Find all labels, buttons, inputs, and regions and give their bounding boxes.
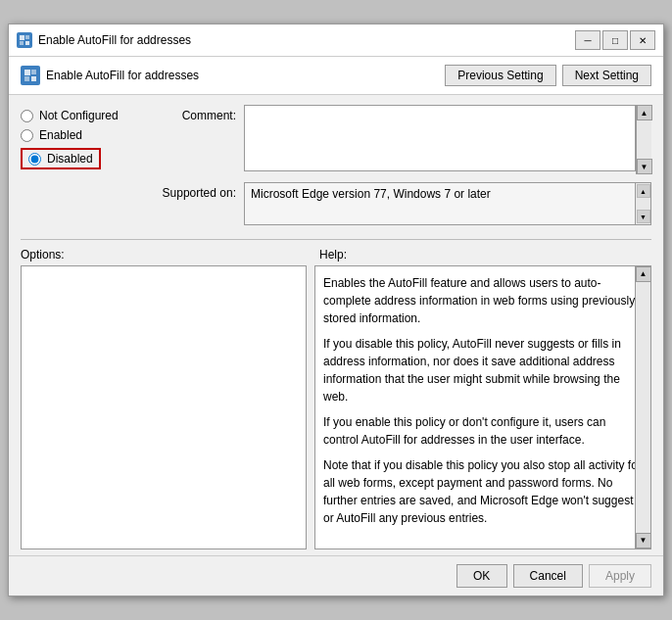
previous-setting-button[interactable]: Previous Setting (445, 65, 555, 86)
scrollbar-down-btn[interactable]: ▼ (637, 159, 652, 174)
supported-scrollbar[interactable]: ▲ ▼ (636, 182, 651, 225)
header-title-area: Enable AutoFill for addresses (21, 66, 199, 85)
help-text-1: Enables the AutoFill feature and allows … (323, 274, 643, 327)
header-section: Enable AutoFill for addresses Previous S… (9, 57, 663, 95)
svg-rect-6 (24, 76, 29, 81)
right-form-panel: Comment: ▲ ▼ Supported on: Microsoft Edg… (158, 105, 651, 225)
supported-wrapper: Microsoft Edge version 77, Windows 7 or … (244, 182, 651, 225)
dialog-window: Enable AutoFill for addresses ─ □ ✕ Enab… (8, 24, 664, 596)
help-scrollbar-down[interactable]: ▼ (636, 533, 651, 548)
comment-scrollbar[interactable]: ▲ ▼ (636, 105, 651, 174)
title-bar-left: Enable AutoFill for addresses (17, 32, 191, 48)
svg-rect-7 (31, 76, 36, 81)
supported-scrollbar-up[interactable]: ▲ (637, 184, 650, 198)
help-scrollbar-up[interactable]: ▲ (636, 266, 651, 282)
radio-group: Not Configured Enabled Disabled (21, 109, 148, 169)
scrollbar-track (637, 120, 651, 159)
comment-textarea-container: ▲ ▼ (244, 105, 651, 174)
window-title: Enable AutoFill for addresses (38, 33, 191, 47)
cancel-button[interactable]: Cancel (513, 564, 583, 588)
maximize-button[interactable]: □ (602, 30, 628, 50)
help-text-2: If you disable this policy, AutoFill nev… (323, 335, 643, 405)
help-panel: Enables the AutoFill feature and allows … (314, 265, 651, 549)
svg-rect-3 (25, 41, 29, 45)
divider (21, 239, 651, 240)
content-area: Not Configured Enabled Disabled Comment: (9, 95, 663, 235)
radio-not-configured-label: Not Configured (39, 109, 119, 122)
svg-rect-2 (20, 41, 24, 45)
radio-group-panel: Not Configured Enabled Disabled (21, 105, 148, 225)
comment-textarea[interactable] (244, 105, 636, 171)
help-text-3: If you enable this policy or don't confi… (323, 413, 643, 449)
supported-row: Supported on: Microsoft Edge version 77,… (158, 182, 651, 225)
footer: OK Cancel Apply (9, 555, 663, 596)
options-header: Options: (21, 248, 319, 262)
svg-rect-0 (20, 35, 24, 40)
radio-enabled[interactable]: Enabled (21, 128, 148, 142)
help-header: Help: (319, 248, 651, 262)
header-icon (21, 66, 40, 85)
nav-buttons: Previous Setting Next Setting (445, 65, 651, 86)
radio-disabled[interactable]: Disabled (21, 148, 148, 169)
radio-enabled-label: Enabled (39, 128, 82, 142)
comment-label: Comment: (158, 105, 236, 122)
svg-rect-1 (25, 35, 29, 39)
radio-not-configured-input[interactable] (21, 110, 33, 122)
supported-value: Microsoft Edge version 77, Windows 7 or … (244, 182, 636, 225)
radio-disabled-highlight: Disabled (21, 148, 101, 169)
radio-disabled-label: Disabled (47, 152, 93, 166)
comment-row: Comment: ▲ ▼ (158, 105, 651, 174)
ok-button[interactable]: OK (456, 564, 507, 588)
close-button[interactable]: ✕ (630, 30, 655, 50)
section-headers: Options: Help: (9, 244, 663, 265)
help-scrollbar[interactable]: ▲ ▼ (635, 266, 650, 548)
bottom-panels: Enables the AutoFill feature and allows … (9, 265, 663, 549)
apply-button: Apply (589, 564, 651, 588)
svg-rect-4 (24, 70, 30, 75)
supported-scrollbar-down[interactable]: ▼ (637, 210, 650, 223)
supported-label: Supported on: (158, 182, 236, 200)
title-bar: Enable AutoFill for addresses ─ □ ✕ (9, 24, 663, 57)
next-setting-button[interactable]: Next Setting (562, 65, 651, 86)
scrollbar-up-btn[interactable]: ▲ (637, 105, 652, 120)
header-title-text: Enable AutoFill for addresses (46, 69, 199, 82)
supported-container: Microsoft Edge version 77, Windows 7 or … (244, 182, 651, 225)
window-controls: ─ □ ✕ (575, 30, 655, 50)
help-text-4: Note that if you disable this policy you… (323, 456, 643, 527)
radio-not-configured[interactable]: Not Configured (21, 109, 148, 122)
minimize-button[interactable]: ─ (575, 30, 600, 50)
options-panel (21, 265, 307, 549)
radio-enabled-input[interactable] (21, 129, 33, 142)
radio-disabled-input[interactable] (28, 153, 41, 166)
window-icon (17, 32, 32, 48)
svg-rect-5 (31, 70, 36, 74)
